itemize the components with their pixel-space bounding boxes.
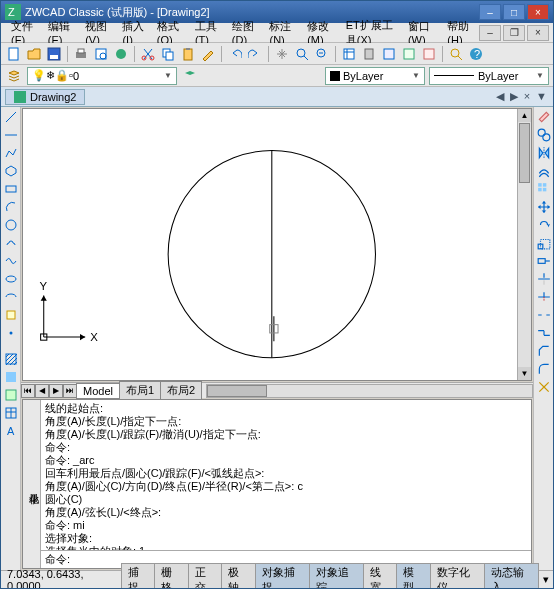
doc-minimize-button[interactable]: – [479,25,501,41]
open-button[interactable] [25,45,43,63]
status-动态输入[interactable]: 动态输入 [484,563,539,590]
stretch-button[interactable] [536,253,552,269]
canvas-v-scrollbar[interactable]: ▲ ▼ [517,109,531,380]
region-button[interactable] [3,387,19,403]
doc-close-button[interactable]: × [527,25,549,41]
pan-button[interactable] [273,45,291,63]
hatch-button[interactable] [3,351,19,367]
fillet-button[interactable] [536,361,552,377]
status-正交[interactable]: 正交 [188,563,223,590]
scroll-up-button[interactable]: ▲ [518,109,531,122]
cmd-log-line: 圆心(C) [45,493,527,506]
doc-tab-active[interactable]: Drawing2 [5,89,85,105]
status-捕捉[interactable]: 捕捉 [121,563,156,590]
ellipse-button[interactable] [3,271,19,287]
gradient-button[interactable] [3,369,19,385]
scroll-thumb[interactable] [519,123,530,183]
arc-button[interactable] [3,199,19,215]
undo-button[interactable] [226,45,244,63]
tool1-button[interactable] [380,45,398,63]
status-栅格[interactable]: 栅格 [154,563,189,590]
chamfer-button[interactable] [536,343,552,359]
doc-restore-button[interactable]: ❐ [503,25,525,41]
match-button[interactable] [199,45,217,63]
layer-manager-button[interactable] [5,67,23,85]
point-button[interactable] [3,325,19,341]
mirror-button[interactable] [536,145,552,161]
array-button[interactable] [536,181,552,197]
line-button[interactable] [3,109,19,125]
copy2-button[interactable] [536,127,552,143]
offset-button[interactable] [536,163,552,179]
status-menu-button[interactable]: ▾ [539,573,553,586]
extend-button[interactable] [536,289,552,305]
explode-button[interactable] [536,379,552,395]
zoom-ext-button[interactable] [447,45,465,63]
move-button[interactable] [536,199,552,215]
status-对象捕捉[interactable]: 对象捕捉 [255,563,310,590]
polygon-button[interactable] [3,163,19,179]
close-button[interactable]: × [527,4,549,20]
save-button[interactable] [45,45,63,63]
layer-prev-button[interactable] [181,67,199,85]
table-button[interactable] [3,405,19,421]
new-button[interactable] [5,45,23,63]
help-button[interactable]: ? [467,45,485,63]
join-button[interactable] [536,325,552,341]
spline-button[interactable] [3,253,19,269]
status-线宽[interactable]: 线宽 [363,563,398,590]
pline-button[interactable] [3,145,19,161]
tab-nav-left[interactable]: ◀ [494,90,506,103]
svg-rect-21 [404,49,414,59]
drawing-canvas[interactable]: X Y ▲ ▼ [22,108,532,381]
scroll-thumb[interactable] [207,385,267,397]
color-combo[interactable]: ByLayer ▼ [325,67,425,85]
tab-nav-right[interactable]: ▶ [508,90,520,103]
status-对象追踪[interactable]: 对象追踪 [309,563,364,590]
zoom-button[interactable] [293,45,311,63]
tab-menu[interactable]: ▼ [534,90,549,103]
paste-button[interactable] [179,45,197,63]
svg-point-28 [6,220,16,230]
revcloud-button[interactable] [3,235,19,251]
svg-text:A: A [7,425,15,437]
svg-rect-30 [7,311,15,319]
publish-button[interactable] [112,45,130,63]
break-button[interactable] [536,307,552,323]
scale-button[interactable] [536,235,552,251]
canvas-h-scrollbar[interactable] [206,384,533,398]
text-button[interactable]: A [3,423,19,439]
layer-combo[interactable]: 💡❄🔒▫ 0 ▼ [27,67,177,85]
preview-button[interactable] [92,45,110,63]
status-模型[interactable]: 模型 [396,563,431,590]
tool3-button[interactable] [420,45,438,63]
command-log[interactable]: 线的起始点:角度(A)/长度(L)/指定下一点:角度(A)/长度(L)/跟踪(F… [41,400,531,550]
tab-close[interactable]: × [522,90,532,103]
tool2-button[interactable] [400,45,418,63]
rotate-button[interactable] [536,217,552,233]
rect-button[interactable] [3,181,19,197]
erase-button[interactable] [536,109,552,125]
props-button[interactable] [340,45,358,63]
minimize-button[interactable]: – [479,4,501,20]
xline-button[interactable] [3,127,19,143]
trim-button[interactable] [536,271,552,287]
calc-button[interactable] [360,45,378,63]
status-数字化仪[interactable]: 数字化仪 [430,563,485,590]
zoom-prev-button[interactable] [313,45,331,63]
cmd-log-line: 角度(A)/长度(L)/指定下一点: [45,415,527,428]
copy-button[interactable] [159,45,177,63]
linetype-combo[interactable]: ByLayer ▼ [429,67,549,85]
cmd-side-label: 最小化 [23,400,41,568]
block-button[interactable] [3,307,19,323]
circle-button[interactable] [3,217,19,233]
scroll-down-button[interactable]: ▼ [518,367,531,380]
cut-button[interactable] [139,45,157,63]
status-极轴[interactable]: 极轴 [221,563,256,590]
cmd-log-line: 角度(A)/弦长(L)/<终点>: [45,506,527,519]
print-button[interactable] [72,45,90,63]
redo-button[interactable] [246,45,264,63]
ellipsearc-button[interactable] [3,289,19,305]
separator [134,46,135,62]
maximize-button[interactable]: □ [503,4,525,20]
